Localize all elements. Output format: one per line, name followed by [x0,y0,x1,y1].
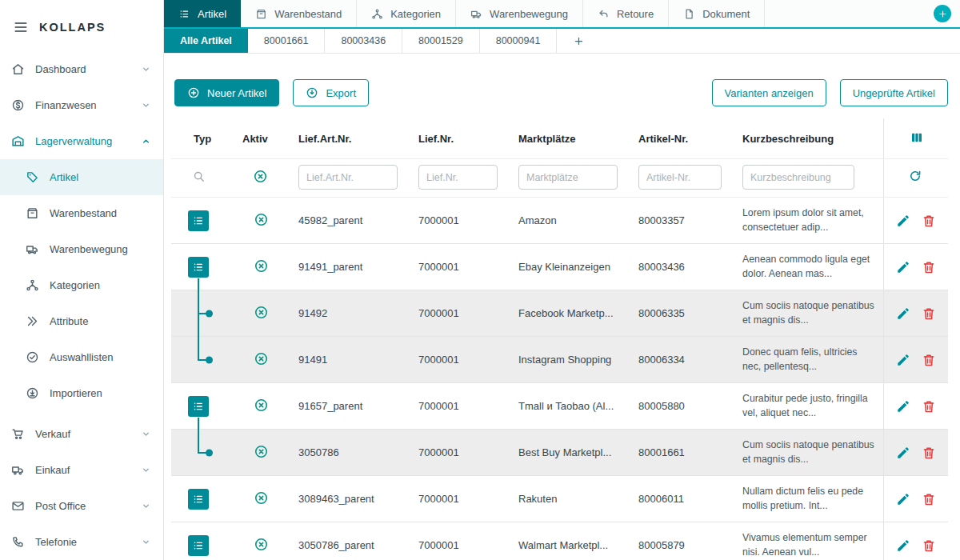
filter-input-artikel-nr[interactable] [638,165,722,190]
sidebar-item-lagerverwaltung[interactable]: Lagerverwaltung [0,123,163,159]
inventory-icon [255,8,267,20]
edit-row-button[interactable] [896,492,910,506]
delete-row-button[interactable] [922,214,936,228]
delete-row-button[interactable] [922,492,936,506]
edit-row-button[interactable] [896,306,910,321]
warehouse-icon [11,134,25,148]
tab-warenbestand[interactable]: Warenbestand [241,0,357,27]
article-list-icon[interactable] [188,489,209,510]
delete-row-button[interactable] [922,353,936,367]
cell-lief-nr: 7000001 [409,198,509,244]
filter-input-lief-nr[interactable] [418,165,498,190]
cell-kurzbeschreibung: Nullam dictum felis eu pede mollis preti… [733,476,883,522]
home-icon [11,62,25,76]
chevron-down-icon [140,99,152,111]
edit-row-button[interactable] [896,399,910,414]
add-article-tab-button[interactable] [557,29,601,53]
module-tabs: ArtikelWarenbestandKategorienWarenbewegu… [164,0,765,27]
sidebar-item-einkauf[interactable]: Einkauf [0,452,163,488]
list-icon [178,8,190,20]
edit-row-button[interactable] [896,538,910,553]
filter-input-marktpl-tze[interactable] [518,165,618,190]
article-list-icon[interactable] [188,257,209,278]
column-header-kurzbeschreibung: Kurzbeschreibung [733,118,883,159]
delete-row-button[interactable] [922,399,936,414]
article-tab-label: 80000941 [496,35,541,46]
sidebar-item-dashboard[interactable]: Dashboard [0,51,163,87]
sidebar-item-post-office[interactable]: Post Office [0,488,163,524]
sidebar-item-warenbewegung[interactable]: Warenbewegung [0,231,163,267]
cell-lief-art-nr: 91491_parent [289,244,409,290]
delete-row-button[interactable] [922,260,936,274]
active-icon [254,398,269,413]
sidebar-item-verkauf[interactable]: Verkauf [0,416,163,452]
content-area: Neuer Artikel Export Varianten anzeigen … [164,54,960,560]
unchecked-articles-button[interactable]: Ungeprüfte Artikel [840,79,948,106]
sidebar-item-attribute[interactable]: Attribute [0,303,163,339]
refresh-icon[interactable] [908,169,922,183]
article-tab-alle-artikel[interactable]: Alle Artikel [164,29,248,53]
cell-artikel-nr: 80005879 [629,522,733,560]
columns-icon[interactable] [910,130,924,145]
cell-lief-art-nr: 3050786 [289,430,409,476]
tab-kategorien[interactable]: Kategorien [357,0,456,27]
add-module-button[interactable] [934,5,951,22]
module-tabbar: ArtikelWarenbestandKategorienWarenbewegu… [164,0,960,29]
filter-input-lief-art-nr[interactable] [298,165,398,190]
variant-node-dot [206,356,213,363]
delete-row-button[interactable] [922,306,936,321]
active-icon[interactable] [253,169,268,184]
sidebar-item-importieren[interactable]: Importieren [0,375,163,411]
tab-label: Artikel [198,8,226,20]
cell-kurzbeschreibung: Cum sociis natoque penatibus et magnis d… [733,430,883,476]
delete-row-button[interactable] [922,446,936,460]
delete-row-button[interactable] [922,538,936,553]
edit-row-button[interactable] [896,446,910,460]
article-tab-80001529[interactable]: 80001529 [402,29,480,53]
tab-label: Warenbestand [274,8,342,20]
shipping-icon [26,242,39,256]
show-variants-button[interactable]: Varianten anzeigen [712,79,826,106]
edit-row-button[interactable] [896,260,910,274]
cell-marktplatz: Walmart Marketpl... [509,522,629,560]
tab-artikel[interactable]: Artikel [164,0,241,27]
cell-marktplatz: Amazon [509,198,629,244]
sidebar-item-kategorien[interactable]: Kategorien [0,267,163,303]
column-header-typ: Typ [171,118,233,159]
sidebar-item-warenbestand[interactable]: Warenbestand [0,195,163,231]
article-tab-80000941[interactable]: 80000941 [480,29,558,53]
sidebar-item-telefonie[interactable]: Telefonie [0,524,163,560]
tab-retoure[interactable]: Retoure [583,0,669,27]
active-icon [254,490,269,506]
sidebar-item-label: Kategorien [50,279,100,291]
article-tab-label: 80001529 [418,35,463,46]
download-circle-icon [306,86,318,99]
new-article-button[interactable]: Neuer Artikel [174,79,279,106]
edit-row-button[interactable] [896,353,910,367]
sidebar-nav: DashboardFinanzwesenLagerverwaltungArtik… [0,51,163,560]
article-tab-80003436[interactable]: 80003436 [325,29,402,53]
article-tab-80001661[interactable]: 80001661 [248,29,326,53]
export-button[interactable]: Export [293,79,369,106]
sidebar-item-artikel[interactable]: Artikel [0,159,163,195]
menu-icon[interactable] [13,19,29,35]
active-icon [254,351,269,366]
search-icon [192,170,206,183]
article-list-icon[interactable] [188,396,209,417]
sidebar-item-label: Dashboard [35,63,86,75]
active-icon [254,212,269,227]
article-list-icon[interactable] [188,535,209,556]
edit-row-button[interactable] [896,214,910,228]
article-list-icon[interactable] [188,210,209,231]
tab-warenbewegung[interactable]: Warenbewegung [456,0,583,27]
attributes-icon [26,314,39,328]
table-row: 30507867000001Best Buy Marketpl...800016… [171,430,948,476]
tab-dokument[interactable]: Dokument [669,0,765,27]
cell-lief-nr: 7000001 [409,244,509,290]
filter-input-kurzbeschreibung[interactable] [742,165,854,190]
tag-icon [26,170,39,184]
tab-label: Kategorien [390,8,441,20]
sidebar-item-auswahllisten[interactable]: Auswahllisten [0,339,163,375]
sidebar-item-finanzwesen[interactable]: Finanzwesen [0,87,163,123]
table-row: 3089463_parent7000001Rakuten80006011Null… [171,476,948,522]
